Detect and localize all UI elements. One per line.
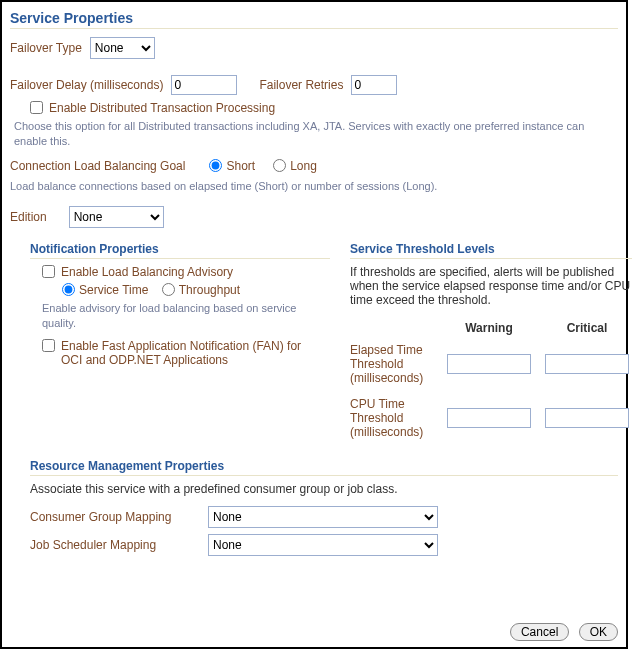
rmp-heading: Resource Management Properties [30,459,618,473]
enable-dtp-checkbox[interactable] [30,101,43,114]
service-time-radio[interactable] [62,283,75,296]
clb-short-radio[interactable] [209,159,222,172]
clb-short-label: Short [226,159,255,173]
ok-button[interactable]: OK [579,623,618,641]
clb-help: Load balance connections based on elapse… [10,179,618,194]
divider [350,258,632,259]
cgm-label: Consumer Group Mapping [30,510,200,524]
cancel-button[interactable]: Cancel [510,623,569,641]
divider [30,258,330,259]
enable-lba-label: Enable Load Balancing Advisory [61,265,233,279]
lba-help: Enable advisory for load balancing based… [42,301,330,331]
failover-delay-label: Failover Delay (milliseconds) [10,78,163,92]
enable-fan-checkbox[interactable] [42,339,55,352]
edition-select[interactable]: None [69,206,164,228]
elapsed-threshold-label: Elapsed Time Threshold (milliseconds) [350,343,440,385]
cpu-critical-input[interactable] [545,408,629,428]
cgm-select[interactable]: None [208,506,438,528]
failover-delay-input[interactable] [171,75,237,95]
critical-col-header: Critical [538,321,632,335]
divider [30,475,618,476]
failover-type-select[interactable]: None [90,37,155,59]
cpu-warning-input[interactable] [447,408,531,428]
thresholds-heading: Service Threshold Levels [350,242,632,256]
enable-dtp-label: Enable Distributed Transaction Processin… [49,101,275,115]
clb-long-label: Long [290,159,317,173]
jsm-select[interactable]: None [208,534,438,556]
jsm-label: Job Scheduler Mapping [30,538,200,552]
service-time-label: Service Time [79,283,148,297]
elapsed-critical-input[interactable] [545,354,629,374]
rmp-desc: Associate this service with a predefined… [30,482,618,496]
elapsed-warning-input[interactable] [447,354,531,374]
enable-dtp-help: Choose this option for all Distributed t… [14,119,618,149]
throughput-label: Throughput [179,283,240,297]
divider [10,28,618,29]
failover-type-label: Failover Type [10,41,82,55]
failover-retries-input[interactable] [351,75,397,95]
warning-col-header: Warning [440,321,538,335]
enable-fan-label: Enable Fast Application Notification (FA… [61,339,321,367]
clb-long-radio[interactable] [273,159,286,172]
failover-retries-label: Failover Retries [259,78,343,92]
cpu-threshold-label: CPU Time Threshold (milliseconds) [350,397,440,439]
notification-heading: Notification Properties [30,242,330,256]
edition-label: Edition [10,210,47,224]
thresholds-help: If thresholds are specified, alerts will… [350,265,632,307]
enable-lba-checkbox[interactable] [42,265,55,278]
clb-goal-label: Connection Load Balancing Goal [10,159,185,173]
page-title: Service Properties [10,10,618,26]
throughput-radio[interactable] [162,283,175,296]
